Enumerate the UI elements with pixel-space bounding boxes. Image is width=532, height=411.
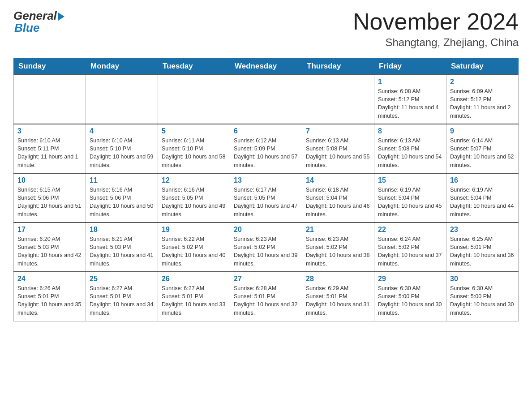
day-number: 28 <box>306 275 370 283</box>
calendar-cell <box>230 75 302 124</box>
calendar-cell: 14Sunrise: 6:18 AM Sunset: 5:04 PM Dayli… <box>302 173 374 223</box>
calendar-cell: 3Sunrise: 6:10 AM Sunset: 5:11 PM Daylig… <box>14 124 86 173</box>
day-number: 7 <box>306 127 370 135</box>
day-info: Sunrise: 6:15 AM Sunset: 5:06 PM Dayligh… <box>17 186 82 218</box>
calendar-cell: 4Sunrise: 6:10 AM Sunset: 5:10 PM Daylig… <box>86 124 158 173</box>
day-number: 21 <box>306 226 370 234</box>
day-info: Sunrise: 6:11 AM Sunset: 5:10 PM Dayligh… <box>162 137 226 169</box>
logo-blue-text: Blue <box>13 21 39 35</box>
calendar-cell: 7Sunrise: 6:13 AM Sunset: 5:08 PM Daylig… <box>302 124 374 173</box>
day-info: Sunrise: 6:13 AM Sunset: 5:08 PM Dayligh… <box>306 137 370 169</box>
calendar-week-row: 10Sunrise: 6:15 AM Sunset: 5:06 PM Dayli… <box>14 173 519 223</box>
month-year-title: November 2024 <box>353 9 519 34</box>
calendar-cell: 1Sunrise: 6:08 AM Sunset: 5:12 PM Daylig… <box>374 75 446 124</box>
day-number: 25 <box>90 275 154 283</box>
day-info: Sunrise: 6:25 AM Sunset: 5:01 PM Dayligh… <box>450 235 515 268</box>
day-info: Sunrise: 6:09 AM Sunset: 5:12 PM Dayligh… <box>450 87 515 120</box>
day-info: Sunrise: 6:19 AM Sunset: 5:04 PM Dayligh… <box>450 186 515 218</box>
day-info: Sunrise: 6:08 AM Sunset: 5:12 PM Dayligh… <box>378 87 442 120</box>
day-number: 17 <box>17 226 82 234</box>
day-info: Sunrise: 6:12 AM Sunset: 5:09 PM Dayligh… <box>234 137 298 169</box>
day-info: Sunrise: 6:29 AM Sunset: 5:01 PM Dayligh… <box>306 284 370 317</box>
day-info: Sunrise: 6:18 AM Sunset: 5:04 PM Dayligh… <box>306 186 370 218</box>
day-info: Sunrise: 6:30 AM Sunset: 5:00 PM Dayligh… <box>450 284 515 317</box>
weekday-header-sunday: Sunday <box>14 58 86 75</box>
weekday-header-tuesday: Tuesday <box>158 58 230 75</box>
calendar-week-row: 3Sunrise: 6:10 AM Sunset: 5:11 PM Daylig… <box>14 124 519 173</box>
day-info: Sunrise: 6:30 AM Sunset: 5:00 PM Dayligh… <box>378 284 442 317</box>
weekday-header-saturday: Saturday <box>446 58 519 75</box>
day-number: 5 <box>162 127 226 135</box>
logo: General Blue <box>13 9 64 35</box>
calendar-cell <box>158 75 230 124</box>
calendar-cell: 29Sunrise: 6:30 AM Sunset: 5:00 PM Dayli… <box>374 272 446 321</box>
day-info: Sunrise: 6:23 AM Sunset: 5:02 PM Dayligh… <box>234 235 298 268</box>
calendar-cell: 28Sunrise: 6:29 AM Sunset: 5:01 PM Dayli… <box>302 272 374 321</box>
calendar-week-row: 1Sunrise: 6:08 AM Sunset: 5:12 PM Daylig… <box>14 75 519 124</box>
day-info: Sunrise: 6:22 AM Sunset: 5:02 PM Dayligh… <box>162 235 226 268</box>
calendar-cell: 22Sunrise: 6:24 AM Sunset: 5:02 PM Dayli… <box>374 223 446 272</box>
weekday-header-monday: Monday <box>86 58 158 75</box>
calendar-cell <box>86 75 158 124</box>
day-number: 24 <box>17 275 82 283</box>
day-info: Sunrise: 6:23 AM Sunset: 5:02 PM Dayligh… <box>306 235 370 268</box>
day-number: 1 <box>378 78 442 86</box>
calendar-cell: 16Sunrise: 6:19 AM Sunset: 5:04 PM Dayli… <box>446 173 519 223</box>
day-number: 15 <box>378 176 442 184</box>
logo-arrow-icon <box>58 13 64 21</box>
day-number: 10 <box>17 176 82 184</box>
calendar-cell: 21Sunrise: 6:23 AM Sunset: 5:02 PM Dayli… <box>302 223 374 272</box>
calendar-week-row: 24Sunrise: 6:26 AM Sunset: 5:01 PM Dayli… <box>14 272 519 321</box>
weekday-header-thursday: Thursday <box>302 58 374 75</box>
day-info: Sunrise: 6:10 AM Sunset: 5:11 PM Dayligh… <box>17 137 82 169</box>
day-number: 27 <box>234 275 298 283</box>
calendar-cell: 2Sunrise: 6:09 AM Sunset: 5:12 PM Daylig… <box>446 75 519 124</box>
calendar-cell: 23Sunrise: 6:25 AM Sunset: 5:01 PM Dayli… <box>446 223 519 272</box>
day-number: 23 <box>450 226 515 234</box>
calendar-cell: 13Sunrise: 6:17 AM Sunset: 5:05 PM Dayli… <box>230 173 302 223</box>
day-info: Sunrise: 6:24 AM Sunset: 5:02 PM Dayligh… <box>378 235 442 268</box>
day-number: 11 <box>90 176 154 184</box>
calendar-cell: 19Sunrise: 6:22 AM Sunset: 5:02 PM Dayli… <box>158 223 230 272</box>
day-info: Sunrise: 6:28 AM Sunset: 5:01 PM Dayligh… <box>234 284 298 317</box>
day-info: Sunrise: 6:26 AM Sunset: 5:01 PM Dayligh… <box>17 284 82 317</box>
day-number: 6 <box>234 127 298 135</box>
calendar-cell: 15Sunrise: 6:19 AM Sunset: 5:04 PM Dayli… <box>374 173 446 223</box>
title-block: November 2024 Shangtang, Zhejiang, China <box>353 9 519 49</box>
day-number: 2 <box>450 78 515 86</box>
day-info: Sunrise: 6:27 AM Sunset: 5:01 PM Dayligh… <box>90 284 154 317</box>
day-info: Sunrise: 6:27 AM Sunset: 5:01 PM Dayligh… <box>162 284 226 317</box>
calendar-cell: 25Sunrise: 6:27 AM Sunset: 5:01 PM Dayli… <box>86 272 158 321</box>
weekday-header-friday: Friday <box>374 58 446 75</box>
calendar-cell: 17Sunrise: 6:20 AM Sunset: 5:03 PM Dayli… <box>14 223 86 272</box>
day-number: 14 <box>306 176 370 184</box>
page-header: General Blue November 2024 Shangtang, Zh… <box>13 9 519 49</box>
weekday-header-row: SundayMondayTuesdayWednesdayThursdayFrid… <box>14 58 519 75</box>
day-info: Sunrise: 6:13 AM Sunset: 5:08 PM Dayligh… <box>378 137 442 169</box>
location-title: Shangtang, Zhejiang, China <box>353 36 519 49</box>
calendar-cell: 6Sunrise: 6:12 AM Sunset: 5:09 PM Daylig… <box>230 124 302 173</box>
day-number: 29 <box>378 275 442 283</box>
calendar-cell: 11Sunrise: 6:16 AM Sunset: 5:06 PM Dayli… <box>86 173 158 223</box>
day-number: 9 <box>450 127 515 135</box>
day-number: 4 <box>90 127 154 135</box>
calendar-cell: 24Sunrise: 6:26 AM Sunset: 5:01 PM Dayli… <box>14 272 86 321</box>
day-info: Sunrise: 6:16 AM Sunset: 5:05 PM Dayligh… <box>162 186 226 218</box>
day-number: 13 <box>234 176 298 184</box>
calendar-cell: 10Sunrise: 6:15 AM Sunset: 5:06 PM Dayli… <box>14 173 86 223</box>
day-number: 18 <box>90 226 154 234</box>
day-number: 20 <box>234 226 298 234</box>
calendar-cell: 20Sunrise: 6:23 AM Sunset: 5:02 PM Dayli… <box>230 223 302 272</box>
day-info: Sunrise: 6:10 AM Sunset: 5:10 PM Dayligh… <box>90 137 154 169</box>
calendar-week-row: 17Sunrise: 6:20 AM Sunset: 5:03 PM Dayli… <box>14 223 519 272</box>
weekday-header-wednesday: Wednesday <box>230 58 302 75</box>
day-number: 12 <box>162 176 226 184</box>
day-number: 26 <box>162 275 226 283</box>
calendar-cell: 18Sunrise: 6:21 AM Sunset: 5:03 PM Dayli… <box>86 223 158 272</box>
day-number: 16 <box>450 176 515 184</box>
calendar-cell: 30Sunrise: 6:30 AM Sunset: 5:00 PM Dayli… <box>446 272 519 321</box>
day-number: 3 <box>17 127 82 135</box>
day-info: Sunrise: 6:21 AM Sunset: 5:03 PM Dayligh… <box>90 235 154 268</box>
day-info: Sunrise: 6:14 AM Sunset: 5:07 PM Dayligh… <box>450 137 515 169</box>
day-info: Sunrise: 6:16 AM Sunset: 5:06 PM Dayligh… <box>90 186 154 218</box>
